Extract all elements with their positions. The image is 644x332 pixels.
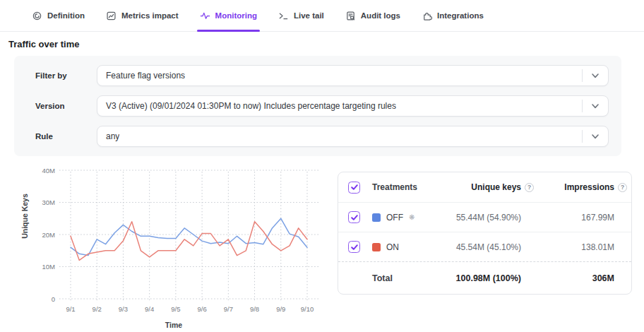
on-treatment-checkbox[interactable] <box>348 241 360 253</box>
rule-select[interactable]: any <box>97 126 609 147</box>
tab-label: Monitoring <box>215 11 257 20</box>
filter-by-select[interactable]: Feature flag versions <box>97 65 609 86</box>
rule-label: Rule <box>35 132 97 141</box>
rule-row: Rule any <box>35 126 609 147</box>
x-axis-title: Time <box>165 321 182 329</box>
off-impressions: 167.99M <box>538 213 631 223</box>
x-tick-label: 9/2 <box>93 305 102 313</box>
unique-keys-column-header: Unique keys ? <box>418 182 538 192</box>
table-row-off: OFF ❋ 55.44M (54.90%) 167.99M <box>338 202 631 232</box>
impressions-column-header: Impressions ? <box>538 182 631 192</box>
x-tick-label: 9/10 <box>301 305 314 313</box>
total-label: Total <box>371 273 418 283</box>
treatments-column-header: Treatments <box>371 182 418 192</box>
x-tick-label: 9/3 <box>119 305 128 313</box>
table-row-on: ON 45.54M (45.10%) 138.01M <box>338 232 631 261</box>
live-tail-icon <box>278 11 289 21</box>
traffic-line-chart: 010M20M30M40M9/19/29/39/49/59/69/79/89/9… <box>0 161 332 316</box>
chevron-down-icon <box>583 104 608 109</box>
version-row: Version V3 (Active) (09/01/2024 01:30PM … <box>35 95 609 117</box>
metrics-impact-icon <box>106 11 117 21</box>
off-series-swatch <box>372 213 381 222</box>
tab-label: Audit logs <box>361 11 400 20</box>
traffic-chart-section: Unique Keys 010M20M30M40M9/19/29/39/49/5… <box>0 161 644 332</box>
tab-monitoring[interactable]: Monitoring <box>189 0 268 31</box>
x-tick-label: 9/7 <box>224 305 233 313</box>
chevron-down-icon <box>583 134 608 139</box>
off-treatment-checkbox[interactable] <box>348 211 360 223</box>
tab-label: Integrations <box>437 11 484 20</box>
integrations-icon <box>422 11 432 21</box>
x-tick-label: 9/9 <box>276 305 285 313</box>
help-icon[interactable]: ? <box>525 183 534 192</box>
treatment-name: OFF <box>386 213 403 223</box>
x-tick-label: 9/4 <box>145 305 154 313</box>
select-value: Feature flag versions <box>97 71 185 81</box>
page-title: Traffic over time <box>8 39 644 49</box>
series-line-off <box>71 218 307 255</box>
tab-bar: Definition Metrics impact Monitoring Liv… <box>0 0 644 32</box>
filter-by-label: Filter by <box>35 71 97 80</box>
table-header-row: Treatments Unique keys ? Impressions ? <box>338 172 631 202</box>
series-line-on <box>71 222 307 261</box>
monitoring-icon <box>200 11 210 21</box>
x-tick-label: 9/6 <box>198 305 207 313</box>
tab-label: Metrics impact <box>121 11 179 20</box>
version-label: Version <box>35 102 97 110</box>
default-treatment-icon: ❋ <box>409 213 415 221</box>
help-icon[interactable]: ? <box>618 183 627 192</box>
total-impressions: 306M <box>538 273 631 283</box>
treatments-table: Treatments Unique keys ? Impressions ? O… <box>338 172 632 295</box>
select-value: V3 (Active) (09/01/2024 01:30PM to now) … <box>97 101 396 111</box>
table-row-total: Total 100.98M (100%) 306M <box>338 261 631 294</box>
version-select[interactable]: V3 (Active) (09/01/2024 01:30PM to now) … <box>97 95 609 117</box>
y-tick-label: 0 <box>52 295 55 303</box>
on-series-swatch <box>372 243 381 251</box>
tab-metrics-impact[interactable]: Metrics impact <box>95 0 189 31</box>
x-tick-label: 9/8 <box>250 305 259 313</box>
y-tick-label: 40M <box>42 167 56 174</box>
tab-live-tail[interactable]: Live tail <box>268 0 335 31</box>
x-tick-label: 9/5 <box>171 305 180 313</box>
audit-logs-icon <box>345 11 356 21</box>
filters-panel: Filter by Feature flag versions Version … <box>14 56 621 156</box>
on-unique-keys: 45.54M (45.10%) <box>418 242 538 252</box>
on-impressions: 138.01M <box>538 242 631 252</box>
y-tick-label: 20M <box>42 231 56 239</box>
tab-integrations[interactable]: Integrations <box>411 0 494 31</box>
y-tick-label: 10M <box>42 263 56 271</box>
filter-by-row: Filter by Feature flag versions <box>35 65 609 86</box>
tab-label: Live tail <box>294 11 324 20</box>
tab-audit-logs[interactable]: Audit logs <box>335 0 411 31</box>
treatment-name: ON <box>386 242 399 252</box>
chevron-down-icon <box>583 73 608 78</box>
x-tick-label: 9/1 <box>66 305 75 313</box>
tab-label: Definition <box>47 11 85 20</box>
select-value: any <box>97 131 119 141</box>
off-unique-keys: 55.44M (54.90%) <box>418 213 538 223</box>
total-unique-keys: 100.98M (100%) <box>418 273 538 283</box>
tab-definition[interactable]: Definition <box>21 0 95 31</box>
select-all-checkbox[interactable] <box>348 182 360 194</box>
definition-icon <box>32 11 42 21</box>
y-tick-label: 30M <box>42 198 56 206</box>
